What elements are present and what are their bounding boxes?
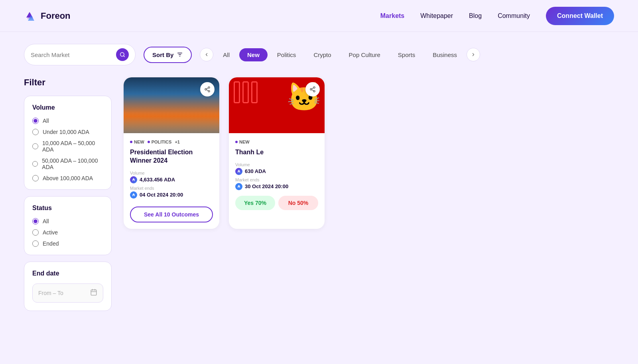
card-tags-2: NEW [235, 140, 318, 144]
market-ends-value-1: 04 Oct 2024 20:00 [140, 192, 183, 198]
volume-option-under10k[interactable]: Under 10,000 ADA [32, 129, 103, 135]
main-content: Sort By All New Politics Crypto Pop Cult… [0, 32, 638, 329]
tag-new-2: NEW [235, 140, 250, 144]
sort-by-button[interactable]: Sort By [144, 47, 192, 63]
tag-plus1: +1 [175, 140, 180, 144]
svg-rect-9 [91, 290, 96, 295]
market-card-2: 🐱 NEW Thanh Le [229, 77, 325, 229]
date-placeholder: From – To [38, 290, 63, 296]
volume-option-10k50k[interactable]: 10,000 ADA – 50,000 ADA [32, 140, 103, 153]
chevron-left-icon [204, 52, 209, 57]
card-market-ends-2: Market ends ₳ 30 Oct 2024 20:00 [235, 177, 318, 190]
ada-icon-ends-1: ₳ [130, 191, 137, 199]
card-volume-1: Volume ₳ 4,633.456 ADA [130, 171, 213, 183]
volume-option-all[interactable]: All [32, 118, 103, 124]
filter-title: Filter [24, 77, 112, 88]
volume-filter-title: Volume [32, 104, 103, 111]
market-ends-value-2: 30 Oct 2024 20:00 [245, 183, 288, 189]
logo-text: Foreon [41, 11, 71, 21]
nav-blog[interactable]: Blog [469, 12, 482, 20]
tab-pop-culture[interactable]: Pop Culture [341, 48, 388, 61]
tab-prev-button[interactable] [200, 48, 213, 61]
volume-value-2: 630 ADA [245, 168, 266, 174]
ada-icon-volume-1: ₳ [130, 176, 137, 183]
nav-community[interactable]: Community [498, 12, 530, 20]
search-icon [120, 52, 125, 57]
exclamation-decoration [234, 81, 258, 103]
logo: Foreon [24, 10, 71, 22]
sort-by-label: Sort By [152, 51, 173, 58]
tag-politics-1: POLITICS [148, 140, 172, 144]
volume-option-above100k[interactable]: Above 100,000 ADA [32, 175, 103, 181]
card-tags-1: NEW POLITICS +1 [130, 140, 213, 144]
content-area: Filter Volume All Under 10,000 ADA 10, [24, 77, 614, 317]
card-body-1: NEW POLITICS +1 Presidential Election Wi… [124, 133, 219, 229]
card-body-2: NEW Thanh Le Volume ₳ 630 ADA Market end… [229, 133, 325, 216]
share-button-2[interactable] [305, 82, 320, 96]
card-title-2: Thanh Le [235, 148, 318, 157]
filter-tabs: All New Politics Crypto Pop Culture Spor… [200, 48, 480, 61]
card-image-cat: 🐱 [229, 77, 325, 133]
tag-new-1: NEW [130, 140, 144, 144]
tab-politics[interactable]: Politics [269, 48, 304, 61]
nav-markets[interactable]: Markets [380, 12, 404, 20]
svg-line-17 [207, 88, 209, 89]
ada-icon-volume-2: ₳ [235, 168, 242, 175]
header: Foreon Markets Whitepaper Blog Community… [0, 0, 638, 32]
status-filter-title: Status [32, 205, 103, 212]
tab-all[interactable]: All [215, 48, 238, 61]
end-date-filter-title: End date [32, 270, 103, 277]
no-button[interactable]: No 50% [278, 196, 318, 210]
filter-icon [177, 51, 183, 58]
search-box [24, 44, 136, 65]
card-title-1: Presidential Election Winner 2024 [130, 148, 213, 165]
svg-line-16 [207, 90, 209, 91]
tab-business[interactable]: Business [425, 48, 465, 61]
tab-next-button[interactable] [467, 48, 480, 61]
status-filter-card: Status All Active Ended [24, 196, 112, 255]
tag-dot-politics-1 [148, 141, 150, 143]
nav-whitepaper[interactable]: Whitepaper [420, 12, 453, 20]
main-nav: Markets Whitepaper Blog Community Connec… [380, 7, 614, 25]
svg-line-5 [124, 56, 125, 57]
end-date-filter-card: End date From – To [24, 262, 112, 311]
status-radio-group: All Active Ended [32, 218, 103, 247]
share-icon [204, 86, 211, 92]
svg-line-21 [312, 90, 314, 91]
tab-crypto[interactable]: Crypto [305, 48, 339, 61]
see-outcomes-button[interactable]: See All 10 Outcomes [130, 207, 213, 222]
status-option-all[interactable]: All [32, 218, 103, 224]
tag-dot-new-1 [130, 141, 132, 143]
volume-radio-group: All Under 10,000 ADA 10,000 ADA – 50,000… [32, 118, 103, 181]
date-range-input[interactable]: From – To [32, 283, 103, 303]
svg-line-22 [312, 88, 314, 89]
share-icon-2 [309, 86, 316, 92]
volume-value-1: 4,633.456 ADA [140, 177, 175, 183]
search-input[interactable] [31, 51, 113, 58]
volume-option-50k100k[interactable]: 50,000 ADA – 100,000 ADA [32, 157, 103, 170]
tab-new[interactable]: New [239, 48, 268, 61]
status-option-ended[interactable]: Ended [32, 240, 103, 247]
ada-icon-ends-2: ₳ [235, 183, 242, 190]
chevron-right-icon [471, 52, 476, 57]
market-card-1: NEW POLITICS +1 Presidential Election Wi… [124, 77, 219, 229]
calendar-icon [90, 289, 97, 297]
cards-grid: NEW POLITICS +1 Presidential Election Wi… [124, 77, 614, 317]
logo-icon [24, 10, 37, 22]
search-button[interactable] [116, 48, 129, 61]
yes-button[interactable]: Yes 70% [235, 196, 275, 210]
card-market-ends-1: Market ends ₳ 04 Oct 2024 20:00 [130, 186, 213, 199]
share-button-1[interactable] [200, 82, 215, 96]
card-volume-2: Volume ₳ 630 ADA [235, 162, 318, 175]
connect-wallet-button[interactable]: Connect Wallet [546, 7, 614, 25]
tag-dot-new-2 [235, 141, 238, 143]
outcome-buttons-2: Yes 70% No 50% [235, 196, 318, 210]
card-image-city [124, 77, 219, 133]
volume-filter-card: Volume All Under 10,000 ADA 10,000 ADA –… [24, 96, 112, 190]
sidebar: Filter Volume All Under 10,000 ADA 10, [24, 77, 112, 317]
tab-sports[interactable]: Sports [390, 48, 423, 61]
status-option-active[interactable]: Active [32, 229, 103, 236]
top-bar: Sort By All New Politics Crypto Pop Cult… [24, 44, 614, 65]
